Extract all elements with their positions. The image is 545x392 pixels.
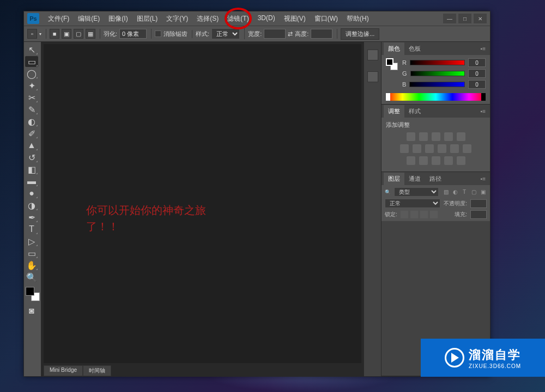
filter-type-icon[interactable]: T (461, 188, 468, 196)
pen-tool[interactable]: ✒ (25, 212, 38, 223)
width-input[interactable] (264, 29, 286, 39)
lock-all-icon[interactable] (430, 211, 438, 218)
channel-mixer-icon[interactable] (450, 144, 459, 153)
swap-icon[interactable]: ⇄ (288, 30, 293, 38)
refine-edge-button[interactable]: 调整边缘... (341, 28, 379, 40)
fill-input[interactable] (470, 210, 487, 219)
canvas-viewport[interactable]: 你可以开始你的神奇之旅 了！！ (44, 44, 361, 363)
eyedropper-tool[interactable]: ✎ (25, 104, 38, 115)
hand-tool[interactable]: ✋ (25, 260, 38, 271)
brush-tool[interactable]: ✐ (25, 128, 38, 139)
shape-tool[interactable]: ▭ (25, 248, 38, 259)
panel-menu-icon[interactable]: ▪≡ (479, 46, 488, 52)
tab-swatches[interactable]: 色板 (404, 42, 425, 55)
new-selection-icon[interactable]: ■ (50, 29, 59, 39)
stamp-tool[interactable]: ▲ (25, 140, 38, 151)
color-lookup-icon[interactable] (463, 144, 471, 153)
foreground-color-icon[interactable] (26, 287, 34, 296)
posterize-icon[interactable] (419, 156, 428, 165)
filter-smart-icon[interactable]: ▣ (479, 188, 487, 196)
menu-view[interactable]: 视图(V) (280, 12, 310, 26)
maximize-button[interactable]: □ (458, 14, 471, 23)
menu-filter[interactable]: 滤镜(T) (223, 12, 253, 26)
tab-paths[interactable]: 路径 (425, 173, 446, 185)
menu-image[interactable]: 图像(I) (104, 12, 132, 26)
quick-mask-tool[interactable]: ◙ (25, 305, 38, 316)
collapsed-panel-icon-2[interactable] (367, 71, 378, 82)
lasso-tool[interactable]: ◯ (25, 68, 38, 79)
type-tool[interactable]: T (25, 224, 38, 235)
eraser-tool[interactable]: ◧ (25, 164, 38, 175)
menu-select[interactable]: 选择(S) (192, 12, 223, 26)
history-brush-tool[interactable]: ↺ (25, 152, 38, 163)
style-select[interactable]: 正常 (211, 28, 240, 39)
color-swatch[interactable] (26, 287, 40, 301)
gradient-map-icon[interactable] (444, 156, 453, 165)
height-input[interactable] (311, 29, 332, 39)
menu-help[interactable]: 帮助(H) (342, 12, 373, 26)
b-slider[interactable] (409, 82, 465, 87)
tab-timeline[interactable]: 时间轴 (83, 365, 111, 376)
g-slider[interactable] (410, 71, 465, 76)
menu-file[interactable]: 文件(F) (44, 12, 74, 26)
move-tool[interactable]: ↖ (25, 44, 38, 55)
feather-input[interactable] (119, 29, 147, 39)
opacity-input[interactable] (470, 199, 487, 208)
color-spectrum[interactable] (386, 93, 486, 101)
marquee-tool[interactable]: ▭ (25, 56, 38, 67)
antialias-checkbox[interactable] (155, 30, 161, 37)
invert-icon[interactable] (407, 156, 415, 165)
filter-shape-icon[interactable]: ▢ (470, 188, 477, 196)
panel-menu-icon[interactable]: ▪≡ (479, 176, 488, 182)
photo-filter-icon[interactable] (438, 144, 446, 153)
add-selection-icon[interactable]: ▣ (62, 29, 71, 39)
exposure-icon[interactable] (444, 132, 453, 141)
menu-3d[interactable]: 3D(D) (253, 12, 280, 26)
gradient-tool[interactable]: ▬ (25, 176, 38, 187)
tab-layers[interactable]: 图层 (384, 173, 404, 185)
path-selection-tool[interactable]: ▷ (25, 236, 38, 247)
collapsed-panel-icon-1[interactable] (367, 50, 378, 60)
menu-type[interactable]: 文字(Y) (162, 12, 192, 26)
tab-styles[interactable]: 样式 (404, 105, 425, 118)
hue-icon[interactable] (400, 144, 409, 153)
blend-mode-select[interactable]: 正常 (385, 199, 440, 208)
vibrance-icon[interactable] (457, 132, 465, 141)
tab-mini-bridge[interactable]: Mini Bridge (44, 365, 83, 376)
g-input[interactable] (468, 69, 486, 78)
intersect-selection-icon[interactable]: ▦ (86, 29, 95, 39)
crop-tool[interactable]: ✂ (25, 92, 38, 103)
dodge-tool[interactable]: ◑ (25, 200, 38, 211)
filter-pixel-icon[interactable]: ▧ (442, 188, 450, 196)
threshold-icon[interactable] (432, 156, 440, 165)
lock-position-icon[interactable] (420, 211, 428, 218)
blur-tool[interactable]: ● (25, 188, 38, 199)
menu-layer[interactable]: 图层(L) (132, 12, 162, 26)
brightness-icon[interactable] (407, 132, 415, 141)
color-chip[interactable] (386, 58, 398, 70)
b-input[interactable] (468, 80, 486, 89)
minimize-button[interactable]: — (443, 14, 456, 23)
zoom-tool[interactable]: 🔍 (25, 272, 38, 283)
lock-image-icon[interactable] (410, 211, 418, 218)
subtract-selection-icon[interactable]: ▢ (74, 29, 83, 39)
magic-wand-tool[interactable]: ✦ (25, 80, 38, 91)
color-balance-icon[interactable] (413, 144, 421, 153)
chevron-down-icon[interactable]: ▾ (39, 32, 41, 36)
tab-channels[interactable]: 通道 (404, 173, 425, 185)
curves-icon[interactable] (432, 132, 440, 141)
tool-preset-icon[interactable]: ▫ (27, 29, 37, 39)
menu-edit[interactable]: 编辑(E) (74, 12, 104, 26)
r-input[interactable] (468, 58, 486, 67)
selective-color-icon[interactable] (457, 156, 465, 165)
filter-type-select[interactable]: 类型 (394, 187, 439, 197)
panel-menu-icon[interactable]: ▪≡ (479, 108, 488, 114)
r-slider[interactable] (410, 60, 465, 65)
tab-adjustments[interactable]: 调整 (384, 105, 404, 118)
tab-color[interactable]: 颜色 (384, 42, 404, 55)
filter-adjust-icon[interactable]: ◐ (451, 188, 459, 196)
levels-icon[interactable] (419, 132, 428, 141)
healing-brush-tool[interactable]: ◐ (25, 116, 38, 127)
menu-window[interactable]: 窗口(W) (310, 12, 342, 26)
lock-transparency-icon[interactable] (401, 211, 408, 218)
